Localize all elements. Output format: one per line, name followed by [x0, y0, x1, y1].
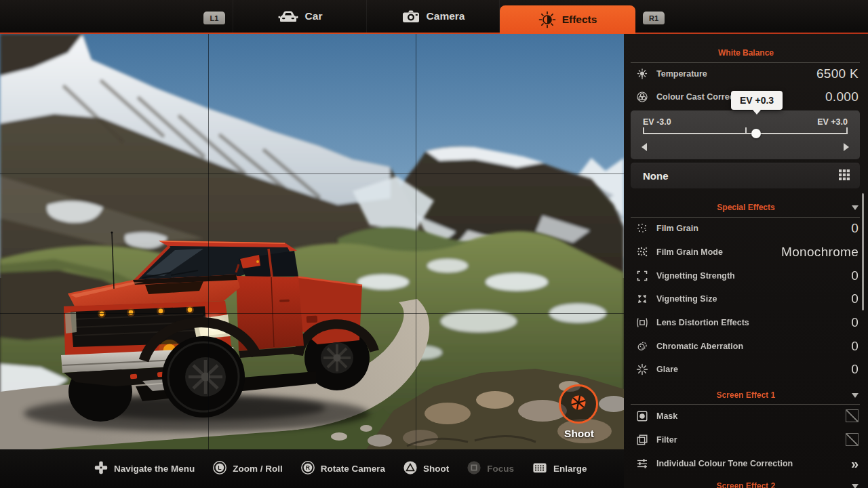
tab-camera[interactable]: Camera: [366, 0, 500, 33]
tone-correction-icon: [635, 456, 650, 471]
filter-label: Filter: [656, 435, 846, 445]
mask-none-indicator: [846, 409, 859, 422]
colour-cast-icon: [635, 89, 650, 104]
glare-value: 0: [851, 362, 859, 377]
shoot-button-label: Shoot: [551, 428, 608, 440]
filter-none-indicator: [846, 433, 859, 446]
hint-shoot[interactable]: Shoot: [403, 460, 449, 478]
grid-icon: [838, 169, 850, 184]
special-effects-header: Special Effects: [624, 201, 868, 214]
chromatic-aberration-value: 0: [851, 339, 859, 354]
vignetting-strength-label: Vignetting Strength: [656, 271, 851, 281]
hint-label: Shoot: [423, 464, 449, 474]
tone-correction-label: Individual Colour Tone Correction: [656, 459, 851, 468]
shoot-button[interactable]: [559, 384, 598, 424]
film-grain-mode-icon: [635, 245, 650, 260]
vignetting-size-label: Vignetting Size: [656, 294, 851, 304]
hint-label: Zoom / Roll: [233, 464, 283, 474]
lens-distortion-icon: [635, 315, 650, 330]
glare-icon: [635, 362, 650, 377]
ev-min-label: EV -3.0: [643, 117, 671, 127]
mask-icon: [635, 409, 650, 424]
hint-label: Focus: [487, 464, 514, 474]
ev-max-label: EV +3.0: [817, 117, 848, 127]
lens-distortion-label: Lens Distortion Effects: [656, 318, 851, 327]
r1-shoulder-badge: R1: [643, 12, 665, 24]
camera-icon: [401, 9, 420, 24]
screen-effect-1-header: Screen Effect 1: [624, 388, 868, 402]
film-grain-row[interactable]: Film Grain 0: [624, 217, 868, 241]
film-grain-mode-value: Monochrome: [781, 245, 859, 260]
tab-car[interactable]: Car: [233, 0, 366, 33]
grid-line-vertical-2: [416, 34, 416, 449]
glare-row[interactable]: Glare 0: [624, 358, 868, 382]
vignetting-size-value: 0: [851, 291, 859, 306]
right-stick-icon: R: [300, 460, 315, 478]
tab-car-label: Car: [305, 10, 323, 22]
hint-navigate-menu[interactable]: Navigate the Menu: [94, 460, 195, 478]
temperature-row[interactable]: Temperature 6500 K: [624, 62, 868, 85]
lens-distortion-row[interactable]: Lens Distortion Effects 0: [624, 311, 868, 335]
dpad-icon: [94, 460, 108, 478]
chromatic-aberration-label: Chromatic Aberration: [656, 342, 851, 351]
tab-effects-label: Effects: [562, 14, 597, 26]
chromatic-aberration-row[interactable]: Chromatic Aberration 0: [624, 334, 868, 358]
collapse-icon[interactable]: [852, 484, 859, 488]
grid-line-horizontal-1: [0, 174, 624, 174]
ev-increase-arrow[interactable]: [844, 143, 849, 151]
ev-tick-center: [745, 127, 747, 134]
lens-distortion-value: 0: [851, 315, 859, 330]
colour-cast-value: 0.000: [825, 89, 859, 104]
collapse-icon[interactable]: [852, 205, 859, 210]
hint-rotate-camera[interactable]: R Rotate Camera: [300, 460, 385, 478]
hint-zoom-roll[interactable]: L Zoom / Roll: [212, 460, 283, 478]
film-grain-value: 0: [851, 221, 859, 236]
mask-label: Mask: [656, 411, 846, 421]
vignetting-size-row[interactable]: Vignetting Size 0: [624, 287, 868, 311]
panel-scrollbar[interactable]: [862, 193, 864, 310]
white-balance-header: White Balance: [624, 46, 868, 60]
film-grain-mode-row[interactable]: Film Grain Mode Monochrome: [624, 241, 868, 264]
film-grain-icon: [635, 221, 650, 236]
ev-slider-handle[interactable]: [751, 129, 761, 138]
vignetting-strength-row[interactable]: Vignetting Strength 0: [624, 264, 868, 287]
top-bar: L1 Car: [0, 0, 868, 33]
controls-hint-bar: Navigate the Menu L Zoom / Roll R Rota: [0, 449, 624, 488]
grid-line-horizontal-2: [0, 313, 624, 314]
chromatic-aberration-icon: [635, 339, 650, 354]
hint-label: Rotate Camera: [321, 464, 385, 474]
mask-row[interactable]: Mask: [624, 404, 868, 428]
film-grain-mode-label: Film Grain Mode: [656, 247, 781, 257]
tab-effects[interactable]: Effects: [500, 5, 635, 34]
temperature-icon: [635, 66, 650, 81]
collapse-icon[interactable]: [852, 393, 859, 398]
ev-decrease-arrow[interactable]: [642, 143, 647, 151]
ev-tooltip: EV +0.3: [731, 91, 783, 110]
hint-focus: Focus: [467, 460, 514, 478]
grid-line-vertical-1: [208, 34, 209, 449]
effects-panel: White Balance Temperature 6500 K: [624, 34, 868, 488]
temperature-label: Temperature: [656, 69, 816, 79]
tab-camera-label: Camera: [427, 10, 465, 22]
keypad-icon: [532, 460, 548, 478]
svg-text:R: R: [306, 464, 311, 471]
glare-label: Glare: [656, 365, 851, 374]
tone-correction-row[interactable]: Individual Colour Tone Correction »: [624, 451, 868, 475]
l1-shoulder-badge: L1: [203, 12, 225, 24]
screen-effect-2-header: Screen Effect 2: [624, 479, 868, 488]
ev-slider-panel: EV -3.0 EV +3.0: [631, 110, 860, 159]
triangle-button-icon: [403, 460, 418, 478]
hint-enlarge[interactable]: Enlarge: [532, 460, 587, 478]
wb-preset-selector[interactable]: None: [631, 163, 860, 188]
photo-viewport: Shoot: [0, 34, 624, 449]
vignetting-size-icon: [635, 291, 650, 306]
hint-label: Navigate the Menu: [114, 464, 195, 474]
filter-row[interactable]: Filter: [624, 428, 868, 451]
car-icon: [277, 9, 299, 24]
vignetting-strength-icon: [635, 268, 650, 283]
ev-slider-track[interactable]: [643, 133, 848, 134]
ev-tick-max: [846, 127, 848, 134]
exposure-icon: [538, 11, 556, 28]
filter-icon: [635, 432, 650, 447]
vignetting-strength-value: 0: [851, 268, 859, 283]
